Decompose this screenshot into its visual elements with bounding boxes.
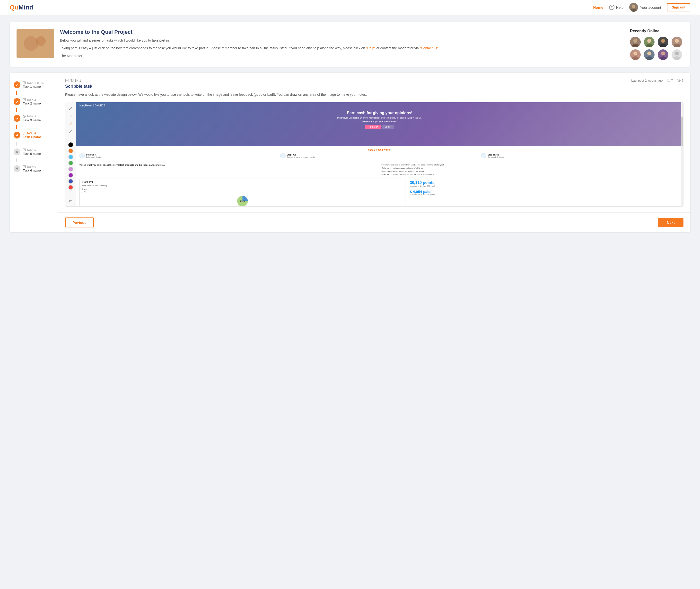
tool-pen3[interactable] <box>67 120 74 127</box>
mockup-stats: 30,110 points awarded in the last 24 hou… <box>408 179 680 207</box>
nav-home-link[interactable]: Home <box>593 5 603 9</box>
svg-point-7 <box>647 39 651 43</box>
mockup-signup-btn[interactable]: → SIGN UP <box>365 125 381 129</box>
task6-label: TASK 6 <box>23 165 54 168</box>
svg-rect-50 <box>69 200 72 202</box>
online-user-5 <box>630 49 641 60</box>
task4-info: TASK 4 Task 4 name <box>23 132 54 139</box>
task-title: Scribble task <box>65 84 684 89</box>
scrollbar-thumb[interactable] <box>681 117 683 146</box>
help-link[interactable]: "Help" <box>366 46 375 50</box>
mockup-step1: Step OneEnter your details <box>79 153 278 158</box>
tool-pen2[interactable] <box>67 113 74 119</box>
color-orange[interactable] <box>68 149 73 153</box>
color-indigo[interactable] <box>68 179 73 184</box>
last-post: Last post 2 weeks ago <box>631 79 663 82</box>
task2-number <box>14 98 20 105</box>
mockup-bottom: Quick Poll Have you ever met a celebrity… <box>79 179 680 207</box>
color-pink[interactable] <box>68 167 73 172</box>
task2-label: TASK 2 <box>23 98 54 101</box>
welcome-body: Taking part is easy – just click on the … <box>60 45 624 51</box>
sidebar-item-task4[interactable]: 4 TASK 4 Task 4 name <box>10 129 58 142</box>
task5-info: TASK 5 Task 5 name <box>23 149 54 156</box>
task5-label: TASK 5 <box>23 149 54 151</box>
task-meta: Last post 2 weeks ago 7 7 <box>631 79 684 82</box>
svg-point-47 <box>677 79 681 82</box>
svg-point-19 <box>647 51 651 55</box>
welcome-signature: The Moderator <box>60 54 624 58</box>
color-blue[interactable] <box>68 155 73 159</box>
logo-mind: Mind <box>18 4 33 11</box>
task5-number: 5 <box>14 149 20 155</box>
previous-button[interactable]: Pevious <box>65 217 94 227</box>
connector3 <box>16 125 17 129</box>
connector4 <box>16 142 17 146</box>
help-label: Help <box>616 5 624 9</box>
mockup-step3: Step ThreeEarn cash & prizes <box>481 153 680 158</box>
recently-online-title: Recently Online <box>630 29 684 33</box>
task1-label: TASK 1 TITLE <box>23 81 54 84</box>
sidebar-item-task1[interactable]: TASK 1 TITLE Task 1 name <box>10 78 58 91</box>
svg-point-4 <box>634 39 637 43</box>
mockup-login-btn[interactable]: LOG IN <box>382 125 394 129</box>
next-button[interactable]: Next <box>658 218 684 227</box>
contact-link[interactable]: "Contact us" <box>420 46 439 50</box>
avatar-grid <box>630 37 684 60</box>
nav-help-link[interactable]: ? Help <box>609 5 624 10</box>
color-red[interactable] <box>68 185 73 190</box>
mockup-wrapper: MindMover CONNECT Earn cash for giving y… <box>76 102 683 206</box>
welcome-image <box>16 29 54 58</box>
account-label: Your account <box>640 5 661 9</box>
online-user-7 <box>658 49 668 60</box>
scrollbar-track[interactable] <box>681 102 683 206</box>
views-meta: 7 <box>677 79 684 82</box>
sidebar-item-task5[interactable]: 5 TASK 5 Task 5 name <box>10 146 58 158</box>
svg-line-36 <box>24 116 25 117</box>
online-user-1 <box>630 37 641 47</box>
logo-qu: Qu <box>10 4 18 11</box>
sidebar-item-task2[interactable]: TASK 2 Task 2 name <box>10 95 58 108</box>
nav-buttons: Pevious Next <box>58 212 690 232</box>
svg-point-22 <box>661 51 665 55</box>
task-tag-label: TASK 1 <box>70 79 81 82</box>
task-sidebar: TASK 1 TITLE Task 1 name TASK 2 <box>10 73 58 232</box>
svg-point-16 <box>634 51 637 55</box>
main-content: Welcome to the Qual Project Below you wi… <box>0 15 700 240</box>
mockup-right-text: If you have opinions to share then MindM… <box>381 164 680 176</box>
signout-button[interactable]: Sign out <box>667 3 690 11</box>
mockup-steps: Step OneEnter your details Step TwoCompl… <box>79 153 680 161</box>
welcome-title: Welcome to the Qual Project <box>60 29 624 35</box>
task3-label: TASK 3 <box>23 115 54 118</box>
task6-name: Task 6 name <box>23 169 54 172</box>
tool-pen1[interactable] <box>67 105 74 112</box>
connector2 <box>16 108 17 112</box>
tool-eraser[interactable] <box>67 197 74 204</box>
stats-points-label: awarded in the last 24 hours! <box>410 185 678 187</box>
sidebar-item-task3[interactable]: TASK 3 Task 3 name <box>10 112 58 125</box>
color-palette <box>68 142 73 190</box>
svg-point-48 <box>678 80 679 81</box>
task-main: TASK 1 Last post 2 weeks ago 7 7 <box>58 73 690 212</box>
comments-meta: 7 <box>667 79 673 82</box>
color-black[interactable] <box>68 142 73 147</box>
views-count: 7 <box>682 79 684 82</box>
color-green[interactable] <box>68 161 73 166</box>
welcome-intro: Below you will find a series of tasks wh… <box>60 38 624 43</box>
task1-name: Task 1 name <box>23 85 54 88</box>
mockup-step2: Step TwoComplete surveys to earn points <box>280 153 479 158</box>
color-purple[interactable] <box>68 173 73 178</box>
task4-number: 4 <box>14 132 20 139</box>
task-layout: TASK 1 TITLE Task 1 name TASK 2 <box>10 73 690 232</box>
tool-pen4[interactable] <box>67 128 74 135</box>
welcome-card: Welcome to the Qual Project Below you wi… <box>10 22 690 67</box>
sidebar-item-task6[interactable]: 6 TASK 6 Task 6 name <box>10 162 58 175</box>
help-circle-icon: ? <box>609 5 615 10</box>
svg-point-25 <box>675 51 679 55</box>
scribble-canvas[interactable]: MindMover CONNECT Earn cash for giving y… <box>76 102 683 206</box>
online-user-8 <box>672 49 682 60</box>
svg-rect-44 <box>65 79 69 82</box>
online-user-2 <box>644 37 655 47</box>
nav-account-link[interactable]: Your account <box>629 3 661 12</box>
task4-name: Task 4 name <box>23 135 54 139</box>
welcome-content: Welcome to the Qual Project Below you wi… <box>60 29 624 60</box>
